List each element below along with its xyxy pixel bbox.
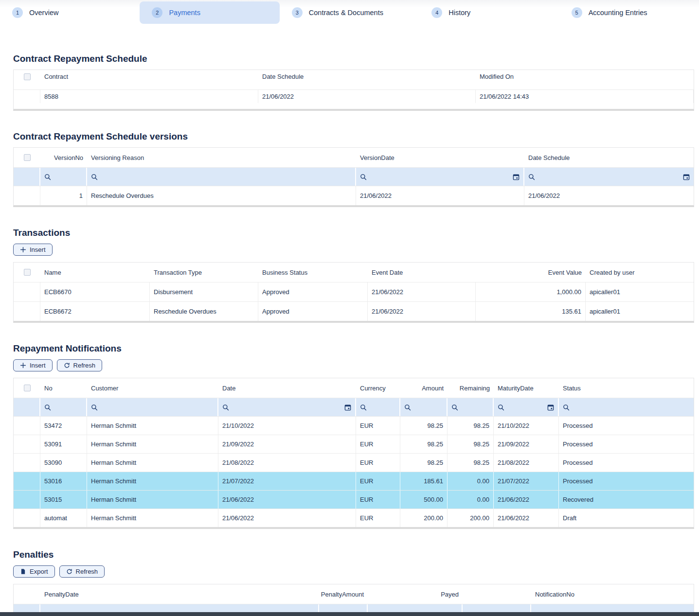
select-all-checkbox[interactable] [24, 154, 31, 161]
select-all-checkbox[interactable] [24, 269, 31, 276]
column-header-date-schedule: Date Schedule [258, 70, 476, 84]
tab-overview[interactable]: 1 Overview [0, 1, 140, 24]
search-icon [563, 404, 570, 411]
wizard-tabs: 1 Overview 2 Payments 3 Contracts & Docu… [0, 0, 699, 25]
filter-cell-amount[interactable] [400, 398, 448, 416]
column-header-payed: Payed [368, 584, 463, 604]
select-all-checkbox[interactable] [24, 73, 31, 80]
filter-cell-versioning-reason[interactable] [87, 168, 356, 186]
table-row[interactable]: 53015 Herman Schmitt 21/06/2022 EUR 500.… [14, 490, 694, 509]
filter-row [14, 398, 694, 416]
filter-cell-customer[interactable] [87, 398, 218, 416]
cell-maturitydate: 21/07/2022 [494, 472, 559, 490]
search-icon [44, 174, 51, 180]
cell-versiondate: 21/06/2022 [356, 186, 524, 205]
cell-no: 53015 [40, 491, 87, 509]
search-icon [360, 404, 367, 411]
filter-cell-versionno[interactable] [40, 168, 87, 186]
cell-event-date: 21/06/2022 [368, 302, 476, 321]
tab-label: Payments [169, 9, 200, 17]
tab-payments[interactable]: 2 Payments [140, 1, 279, 24]
table-body: 53472 Herman Schmitt 21/10/2022 EUR 98.2… [14, 416, 694, 527]
section-title-repayment-notifications: Repayment Notifications [13, 343, 694, 354]
filter-cell-currency[interactable] [356, 398, 400, 416]
section-title-transactions: Transactions [13, 228, 694, 238]
calendar-icon[interactable] [683, 174, 690, 180]
table-row[interactable]: 1 Reschedule Overdues 21/06/2022 21/06/2… [14, 186, 694, 205]
search-icon [91, 404, 98, 411]
table-row[interactable]: 53472 Herman Schmitt 21/10/2022 EUR 98.2… [14, 416, 694, 435]
table-header-row: Name Transaction Type Business Status Ev… [14, 263, 694, 282]
filter-cell-status[interactable] [559, 398, 694, 416]
section-title-penalties: Penalties [13, 549, 694, 560]
search-icon [528, 174, 535, 180]
cell-status: Processed [559, 454, 694, 472]
insert-button[interactable]: Insert [13, 244, 53, 256]
cell-date: 21/06/2022 [218, 491, 356, 509]
filter-cell-no[interactable] [40, 398, 87, 416]
table-row[interactable]: 8588 21/06/2022 21/06/2022 14:43 [14, 89, 694, 109]
tab-contracts-documents[interactable]: 3 Contracts & Documents [280, 1, 419, 24]
table-row[interactable]: automat Herman Schmitt 21/06/2022 EUR 20… [14, 509, 694, 527]
tab-number-badge: 1 [12, 7, 23, 18]
calendar-icon[interactable] [513, 174, 520, 180]
filter-cell-date[interactable] [218, 398, 356, 416]
calendar-icon[interactable] [547, 404, 554, 411]
column-header-created-by-user: Created by user [586, 263, 694, 282]
button-label: Refresh [76, 568, 98, 575]
tab-accounting-entries[interactable]: 5 Accounting Entries [559, 1, 699, 24]
table-row[interactable]: 53090 Herman Schmitt 21/08/2022 EUR 98.2… [14, 453, 694, 472]
row-select-cell [14, 509, 40, 527]
table-header-row: VersionNo Versioning Reason VersionDate … [14, 148, 694, 167]
schedule-versions-table: VersionNo Versioning Reason VersionDate … [13, 147, 694, 207]
tab-label: Overview [29, 9, 58, 17]
filter-cell-versiondate[interactable] [356, 168, 524, 186]
cell-empty [14, 103, 40, 109]
cell-created-by-user: apicaller01 [586, 282, 694, 301]
cell-customer: Herman Schmitt [87, 472, 218, 490]
filter-cell-date-schedule[interactable] [524, 168, 694, 186]
transactions-toolbar: Insert [13, 244, 694, 256]
refresh-button[interactable]: Refresh [59, 565, 105, 578]
table-body: 8588 21/06/2022 21/06/2022 14:43 [14, 89, 694, 109]
column-header-currency: Currency [356, 378, 400, 398]
table-row[interactable]: 53016 Herman Schmitt 21/07/2022 EUR 185.… [14, 472, 694, 490]
search-icon [222, 404, 229, 411]
cell-status: Processed [559, 472, 694, 490]
column-header-maturitydate: MaturityDate [494, 378, 559, 398]
select-all-checkbox[interactable] [24, 385, 31, 391]
tab-history[interactable]: 4 History [419, 1, 559, 24]
column-header-empty [14, 84, 40, 90]
button-label: Insert [30, 246, 46, 253]
tab-number-badge: 5 [572, 7, 582, 18]
select-all-cell [14, 378, 40, 398]
select-all-cell [14, 148, 40, 167]
table-row[interactable]: ECB6670 Disbursement Approved 21/06/2022… [14, 282, 694, 301]
cell-currency: EUR [356, 454, 400, 472]
search-icon [44, 404, 51, 411]
insert-button[interactable]: Insert [13, 359, 53, 371]
calendar-icon[interactable] [344, 404, 351, 411]
column-header-notificationno: NotificationNo [531, 584, 694, 604]
cell-created-by-user: apicaller01 [586, 302, 694, 321]
cell-date-schedule: 21/06/2022 [524, 186, 694, 205]
select-all-cell [14, 263, 40, 282]
tab-label: Contracts & Documents [309, 9, 383, 17]
table-row[interactable]: 53091 Herman Schmitt 21/09/2022 EUR 98.2… [14, 435, 694, 453]
export-button[interactable]: Export [13, 565, 55, 578]
penalties-table: PenaltyDate PenaltyAmount Payed Notifica… [13, 584, 694, 616]
section-title-contract-repayment-schedule: Contract Repayment Schedule [13, 53, 694, 64]
filter-cell-maturitydate[interactable] [494, 398, 559, 416]
repayment-notifications-table: No Customer Date Currency Amount Remaini… [13, 378, 694, 529]
cell-amount: 200.00 [400, 509, 448, 527]
filter-row [14, 167, 694, 186]
table-row[interactable]: ECB6672 Reschedule Overdues Approved 21/… [14, 301, 694, 321]
filter-cell-remaining[interactable] [448, 398, 494, 416]
cell-business-status: Approved [258, 282, 368, 301]
refresh-button[interactable]: Refresh [57, 359, 103, 371]
cell-status: Draft [559, 509, 694, 527]
transactions-table: Name Transaction Type Business Status Ev… [13, 262, 694, 323]
cell-remaining: 200.00 [448, 509, 494, 527]
cell-versioning-reason: Reschedule Overdues [87, 186, 356, 205]
cell-modified-on: 21/06/2022 14:43 [476, 90, 694, 103]
